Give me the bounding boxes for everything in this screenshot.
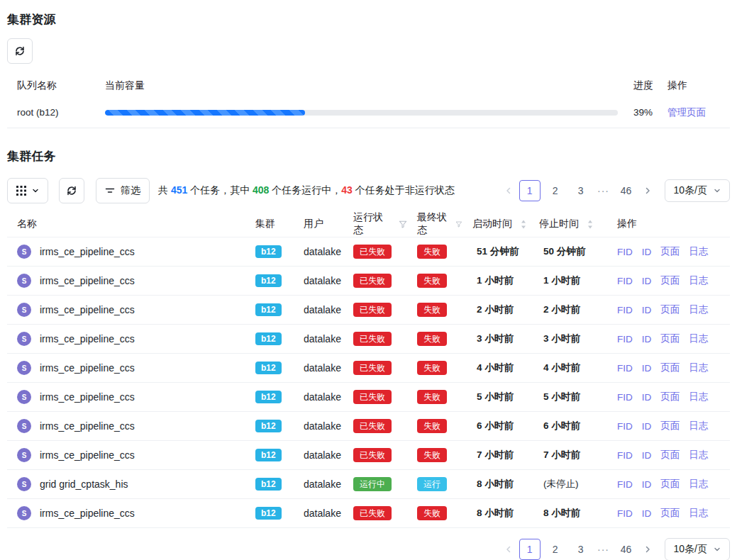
- log-link[interactable]: 日志: [689, 478, 708, 491]
- id-link[interactable]: ID: [642, 479, 652, 490]
- chevron-down-icon: [714, 187, 721, 194]
- resources-refresh-button[interactable]: [7, 38, 33, 64]
- next-page-button[interactable]: [639, 181, 656, 201]
- page-link[interactable]: 页面: [660, 420, 680, 432]
- log-link[interactable]: 日志: [689, 274, 708, 287]
- fid-link[interactable]: FID: [617, 305, 633, 315]
- manage-page-link[interactable]: 管理页面: [667, 107, 706, 118]
- col-header-cluster: 集群: [245, 218, 294, 230]
- task-final-status-cell: 失败: [407, 448, 462, 462]
- columns-button[interactable]: [7, 178, 48, 203]
- id-link[interactable]: ID: [642, 421, 652, 432]
- task-user-cell: datalake: [294, 391, 343, 403]
- page-link[interactable]: 页面: [660, 449, 680, 461]
- fid-link[interactable]: FID: [617, 450, 633, 461]
- prev-page-button[interactable]: [500, 181, 517, 201]
- queue-name: root (b12): [7, 107, 105, 118]
- col-header-capacity: 当前容量: [105, 79, 625, 92]
- progress-value: 39%: [625, 107, 660, 118]
- log-link[interactable]: 日志: [689, 362, 708, 374]
- task-ops-cell: FIDID页面日志: [607, 420, 730, 432]
- sort-icon[interactable]: [587, 220, 593, 229]
- id-link[interactable]: ID: [642, 392, 652, 403]
- id-link[interactable]: ID: [642, 247, 652, 257]
- task-cluster-cell: b12: [245, 245, 294, 258]
- fid-link[interactable]: FID: [617, 363, 633, 374]
- id-link[interactable]: ID: [642, 508, 652, 519]
- log-link[interactable]: 日志: [689, 391, 708, 403]
- task-run-status-cell: 已失败: [343, 303, 407, 317]
- tasks-refresh-button[interactable]: [59, 178, 84, 203]
- task-name-cell: Sirms_ce_pipeline_ccs: [7, 332, 245, 346]
- task-name-cell: Sirms_ce_pipeline_ccs: [7, 303, 245, 317]
- log-link[interactable]: 日志: [689, 507, 708, 520]
- page-link[interactable]: 页面: [660, 332, 680, 345]
- col-header-final-status: 最终状态: [407, 211, 462, 237]
- log-link[interactable]: 日志: [689, 303, 708, 316]
- page-link[interactable]: 页面: [660, 245, 680, 258]
- task-final-status-cell: 失败: [407, 245, 462, 259]
- next-page-button[interactable]: [639, 539, 656, 559]
- id-link[interactable]: ID: [642, 450, 652, 461]
- page-link[interactable]: 页面: [660, 274, 680, 287]
- fid-link[interactable]: FID: [617, 421, 633, 432]
- task-row: Sirms_ce_pipeline_ccsb12datalake已失败失败2 小…: [7, 296, 730, 325]
- page-button-1[interactable]: 1: [519, 539, 541, 560]
- id-link[interactable]: ID: [642, 305, 652, 315]
- page-link[interactable]: 页面: [660, 391, 680, 403]
- fid-link[interactable]: FID: [617, 508, 633, 519]
- page-size-select[interactable]: 10条/页: [665, 179, 730, 202]
- log-link[interactable]: 日志: [689, 245, 708, 258]
- filter-funnel-icon[interactable]: [455, 220, 462, 229]
- col-header-name: 名称: [7, 218, 245, 230]
- task-run-status-cell: 运行中: [343, 477, 407, 491]
- final-status-badge: 失败: [417, 448, 447, 462]
- col-header-progress: 进度: [625, 79, 660, 92]
- task-run-status-cell: 已失败: [343, 390, 407, 404]
- sort-icon[interactable]: [521, 220, 526, 229]
- task-ops-cell: FIDID页面日志: [607, 332, 730, 345]
- task-start-time: 3 小时前: [462, 332, 529, 345]
- fid-link[interactable]: FID: [617, 276, 633, 286]
- page-link[interactable]: 页面: [660, 303, 680, 316]
- page-button-2[interactable]: 2: [545, 539, 566, 560]
- page-link[interactable]: 页面: [660, 362, 680, 374]
- log-link[interactable]: 日志: [689, 420, 708, 432]
- log-link[interactable]: 日志: [689, 449, 708, 461]
- task-user-cell: datalake: [294, 333, 343, 345]
- page-link[interactable]: 页面: [660, 507, 680, 520]
- run-status-badge: 已失败: [353, 506, 392, 520]
- page-button-3[interactable]: 3: [570, 180, 592, 201]
- task-name: irms_ce_pipeline_ccs: [40, 333, 135, 345]
- fid-link[interactable]: FID: [617, 334, 633, 345]
- task-stop-time: 1 小时前: [529, 274, 607, 287]
- task-cluster-cell: b12: [245, 332, 294, 345]
- task-user-cell: datalake: [294, 508, 343, 519]
- fid-link[interactable]: FID: [617, 392, 633, 403]
- cluster-badge: b12: [255, 362, 282, 374]
- page-size-select[interactable]: 10条/页: [665, 538, 730, 560]
- page-button-46[interactable]: 46: [616, 539, 637, 560]
- id-link[interactable]: ID: [642, 363, 652, 374]
- page-link[interactable]: 页面: [660, 478, 680, 491]
- col-header-ops: 操作: [660, 79, 730, 92]
- task-name: irms_ce_pipeline_ccs: [40, 420, 135, 432]
- filter-button[interactable]: 筛选: [96, 178, 150, 203]
- task-stop-time: 50 分钟前: [529, 245, 607, 258]
- task-user-cell: datalake: [294, 275, 343, 286]
- page-button-2[interactable]: 2: [545, 180, 566, 201]
- fid-link[interactable]: FID: [617, 479, 633, 490]
- prev-page-button[interactable]: [500, 539, 517, 559]
- page-button-46[interactable]: 46: [616, 180, 637, 201]
- run-status-badge: 已失败: [353, 274, 392, 288]
- id-link[interactable]: ID: [642, 276, 652, 286]
- log-link[interactable]: 日志: [689, 332, 708, 345]
- id-link[interactable]: ID: [642, 334, 652, 345]
- page-button-3[interactable]: 3: [570, 539, 592, 560]
- running-task-count: 408: [253, 184, 269, 196]
- page-button-1[interactable]: 1: [519, 180, 541, 201]
- filter-funnel-icon[interactable]: [399, 220, 407, 229]
- task-row: Sirms_ce_pipeline_ccsb12datalake已失败失败51 …: [7, 237, 730, 267]
- fid-link[interactable]: FID: [617, 247, 633, 257]
- pagination-bottom: 123···4610条/页: [500, 538, 730, 560]
